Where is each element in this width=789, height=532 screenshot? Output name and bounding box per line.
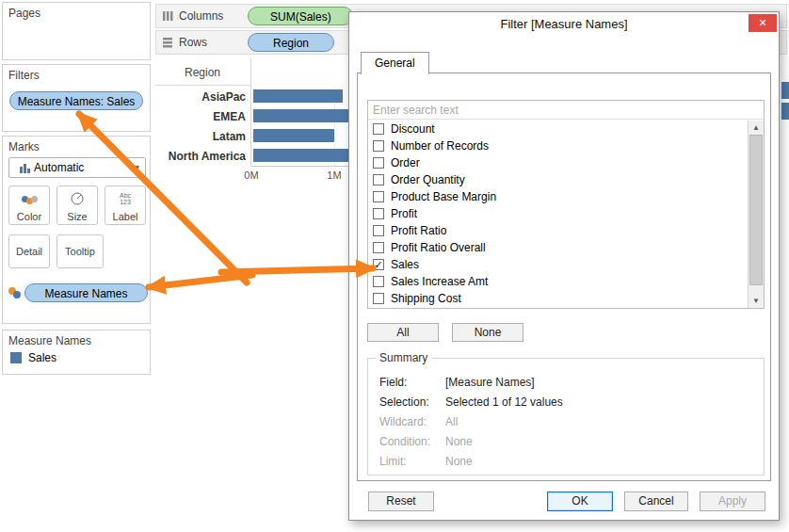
chart-bar[interactable] xyxy=(253,89,343,103)
filter-item-label: Order Quantity xyxy=(391,173,465,186)
checkbox-icon[interactable] xyxy=(373,242,384,253)
chart-header-divider xyxy=(155,85,250,86)
filter-item-label: Discount xyxy=(391,122,435,136)
marks-title: Marks xyxy=(3,137,150,155)
chart-category-label: EMEA xyxy=(155,110,251,123)
chart-edge-sliver xyxy=(781,82,789,99)
marks-panel: Marks Automatic ▼ Color Size Abc123 Labe… xyxy=(2,136,151,324)
chart-bar[interactable] xyxy=(253,149,357,162)
summary-row-value: All xyxy=(445,415,458,428)
scroll-down-icon[interactable]: ▼ xyxy=(749,294,764,308)
arrow-to-marks-pill xyxy=(149,275,252,287)
columns-shelf-label: Columns xyxy=(179,9,223,23)
summary-row: Selection:Selected 1 of 12 values xyxy=(379,392,756,411)
color-icon xyxy=(22,186,38,211)
filter-item-label: Order xyxy=(391,156,420,169)
filter-list-item[interactable]: Profit xyxy=(368,205,748,222)
filter-item-label: Number of Records xyxy=(391,139,489,153)
checkbox-icon[interactable] xyxy=(373,208,384,219)
summary-row: Limit:None xyxy=(379,451,756,471)
cancel-button[interactable]: Cancel xyxy=(624,492,688,511)
filter-list-item[interactable]: ✓Sales xyxy=(368,256,748,273)
size-button[interactable]: Size xyxy=(56,185,98,225)
measure-names-legend: Measure Names Sales xyxy=(2,330,151,375)
filters-panel: Filters Measure Names: Sales xyxy=(2,64,151,132)
color-mark-icon xyxy=(8,287,21,298)
filter-item-label: Profit xyxy=(391,207,417,220)
axis-tick-label: 0M xyxy=(244,169,258,181)
filter-list-item[interactable]: Shipping Cost xyxy=(368,290,748,307)
filter-list-item[interactable]: Order Quantity xyxy=(368,171,748,188)
pill-measure-names[interactable]: Measure Names xyxy=(24,283,148,302)
scroll-up-icon[interactable]: ▲ xyxy=(749,121,764,135)
detail-button[interactable]: Detail xyxy=(8,234,50,268)
filter-list-item[interactable]: Product Base Margin xyxy=(368,188,748,205)
label-button-label: Label xyxy=(113,211,138,222)
color-button[interactable]: Color xyxy=(8,185,50,225)
filter-list: DiscountNumber of RecordsOrderOrder Quan… xyxy=(368,121,748,308)
checkbox-icon[interactable] xyxy=(373,191,384,202)
checkbox-checked-icon[interactable]: ✓ xyxy=(373,259,384,270)
list-scrollbar[interactable]: ▲ ▼ xyxy=(748,121,764,308)
chart-category-label: AsiaPac xyxy=(155,90,251,104)
checkbox-icon[interactable] xyxy=(373,157,384,169)
filter-pill-measure-names-sales[interactable]: Measure Names: Sales xyxy=(9,91,143,110)
filter-list-item[interactable]: Number of Records xyxy=(368,137,748,154)
chart-bar[interactable] xyxy=(253,109,348,122)
summary-row: Condition:None xyxy=(379,431,756,451)
summary-row-value: None xyxy=(445,435,473,448)
summary-row-label: Field: xyxy=(379,376,445,389)
pill-region[interactable]: Region xyxy=(248,33,334,52)
filter-list-item[interactable]: Sales Increase Amt xyxy=(368,273,748,290)
filter-list-item[interactable]: Discount xyxy=(368,121,748,137)
reset-button[interactable]: Reset xyxy=(368,492,434,511)
tooltip-button[interactable]: Tooltip xyxy=(56,234,104,268)
marks-pill-row: Measure Names xyxy=(8,283,148,302)
summary-row-label: Limit: xyxy=(379,455,445,468)
chart-edge-sliver xyxy=(781,103,789,120)
mark-type-dropdown[interactable]: Automatic ▼ xyxy=(8,157,146,178)
chart-bar[interactable] xyxy=(253,129,334,142)
filter-dialog: Filter [Measure Names] ✕ General Discoun… xyxy=(348,11,780,521)
all-button[interactable]: All xyxy=(367,323,439,342)
checkbox-icon[interactable] xyxy=(373,140,384,152)
legend-label: Sales xyxy=(28,351,56,364)
label-button[interactable]: Abc123 Label xyxy=(105,185,146,225)
general-tab-pane: DiscountNumber of RecordsOrderOrder Quan… xyxy=(357,73,771,481)
rows-icon xyxy=(162,37,173,48)
summary-row-label: Condition: xyxy=(379,435,445,448)
summary-title: Summary xyxy=(376,351,431,364)
ok-button[interactable]: OK xyxy=(547,492,613,511)
summary-row: Wildcard:All xyxy=(379,411,756,431)
tab-general[interactable]: General xyxy=(361,52,429,74)
search-input[interactable] xyxy=(368,101,764,120)
pill-sum-sales[interactable]: SUM(Sales) xyxy=(248,7,353,25)
size-icon xyxy=(70,186,85,211)
none-button[interactable]: None xyxy=(452,323,523,342)
close-button[interactable]: ✕ xyxy=(749,14,777,32)
checkbox-icon[interactable] xyxy=(373,276,384,287)
checkbox-icon[interactable] xyxy=(373,174,384,185)
filter-list-item[interactable]: Order xyxy=(368,154,748,171)
mark-type-value: Automatic xyxy=(30,161,132,174)
measure-list-box: DiscountNumber of RecordsOrderOrder Quan… xyxy=(367,100,765,309)
size-button-label: Size xyxy=(67,211,87,222)
text-label-icon: Abc123 xyxy=(120,186,131,211)
filter-item-label: Profit Ratio Overall xyxy=(391,241,486,254)
checkbox-icon[interactable] xyxy=(373,293,384,304)
legend-swatch xyxy=(10,352,22,363)
scroll-thumb[interactable] xyxy=(749,135,763,285)
checkbox-icon[interactable] xyxy=(373,123,384,135)
apply-button[interactable]: Apply xyxy=(700,492,765,511)
filter-item-label: Sales Increase Amt xyxy=(391,275,488,288)
chart-row-header: Region xyxy=(155,66,250,79)
checkbox-icon[interactable] xyxy=(373,225,384,236)
axis-tick-label: 1M xyxy=(327,169,341,181)
legend-item[interactable]: Sales xyxy=(3,349,150,366)
filters-title: Filters xyxy=(3,65,150,84)
chevron-down-icon: ▼ xyxy=(132,163,141,173)
filter-list-item[interactable]: Profit Ratio xyxy=(368,222,748,239)
dialog-title: Filter [Measure Names] xyxy=(349,12,779,37)
filter-list-item[interactable]: Profit Ratio Overall xyxy=(368,239,748,256)
summary-row-value: [Measure Names] xyxy=(445,376,535,389)
